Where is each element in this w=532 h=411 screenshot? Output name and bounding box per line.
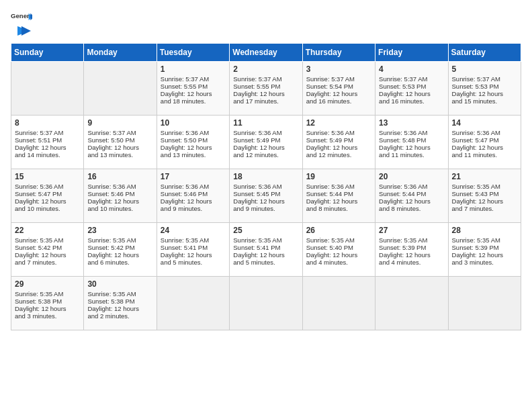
sunset-text: Sunset: 5:55 PM [161, 83, 208, 90]
sunset-text: Sunset: 5:44 PM [306, 190, 353, 197]
calendar-week-0: 1Sunrise: 5:37 AMSunset: 5:55 PMDaylight… [11, 62, 521, 116]
daylight-text: Daylight: 12 hours [379, 144, 431, 151]
daylight-minutes-text: and 3 minutes. [15, 312, 56, 320]
sunrise-text: Sunrise: 5:37 AM [452, 75, 500, 83]
sunset-text: Sunset: 5:38 PM [15, 298, 62, 305]
daylight-minutes-text: and 12 minutes. [306, 151, 352, 158]
daylight-minutes-text: and 11 minutes. [379, 151, 425, 158]
daylight-text: Daylight: 12 hours [15, 251, 66, 259]
daylight-minutes-text: and 16 minutes. [379, 97, 425, 105]
sunset-text: Sunset: 5:42 PM [15, 244, 62, 251]
page-header: General [11, 11, 521, 35]
day-number: 15 [15, 172, 80, 181]
daylight-minutes-text: and 10 minutes. [87, 205, 133, 212]
day-number: 1 [161, 64, 226, 74]
daylight-minutes-text: and 13 minutes. [87, 151, 133, 158]
sunrise-text: Sunrise: 5:35 AM [379, 236, 427, 244]
daylight-minutes-text: and 15 minutes. [452, 97, 498, 105]
sunrise-text: Sunrise: 5:36 AM [87, 183, 136, 190]
sunrise-text: Sunrise: 5:35 AM [233, 236, 281, 244]
day-number: 30 [87, 279, 152, 289]
daylight-text: Daylight: 12 hours [87, 144, 139, 151]
calendar-cell [84, 62, 157, 116]
day-number: 21 [452, 172, 517, 181]
calendar-cell [230, 277, 302, 330]
sunset-text: Sunset: 5:45 PM [233, 190, 280, 197]
day-number: 27 [379, 226, 444, 235]
sunrise-text: Sunrise: 5:37 AM [233, 75, 281, 83]
calendar-cell: 10Sunrise: 5:36 AMSunset: 5:50 PMDayligh… [157, 116, 229, 169]
daylight-text: Daylight: 12 hours [87, 305, 139, 312]
daylight-minutes-text: and 11 minutes. [452, 151, 498, 158]
calendar-cell: 4Sunrise: 5:37 AMSunset: 5:53 PMDaylight… [375, 62, 448, 116]
sunset-text: Sunset: 5:40 PM [306, 244, 353, 251]
calendar-cell: 3Sunrise: 5:37 AMSunset: 5:54 PMDaylight… [302, 62, 375, 116]
daylight-minutes-text: and 2 minutes. [87, 312, 129, 320]
calendar-cell [157, 277, 229, 330]
day-number: 18 [233, 172, 298, 181]
day-number: 9 [87, 118, 152, 128]
calendar-week-2: 15Sunrise: 5:36 AMSunset: 5:47 PMDayligh… [11, 169, 521, 223]
sunset-text: Sunset: 5:54 PM [306, 83, 353, 90]
header-tuesday: Tuesday [157, 44, 229, 62]
sunrise-text: Sunrise: 5:36 AM [379, 129, 427, 136]
daylight-text: Daylight: 12 hours [161, 251, 212, 259]
day-number: 8 [15, 118, 80, 128]
sunrise-text: Sunrise: 5:37 AM [161, 75, 209, 83]
day-number: 11 [233, 118, 298, 128]
daylight-text: Daylight: 12 hours [161, 90, 212, 97]
day-number: 4 [379, 64, 444, 74]
calendar-cell: 23Sunrise: 5:35 AMSunset: 5:42 PMDayligh… [84, 223, 157, 277]
sunset-text: Sunset: 5:50 PM [161, 136, 208, 144]
daylight-minutes-text: and 5 minutes. [233, 259, 275, 266]
calendar-week-1: 8Sunrise: 5:37 AMSunset: 5:51 PMDaylight… [11, 116, 521, 169]
daylight-text: Daylight: 12 hours [233, 90, 285, 97]
sunset-text: Sunset: 5:46 PM [87, 190, 134, 197]
day-number: 5 [452, 64, 517, 74]
header-sunday: Sunday [11, 44, 84, 62]
calendar-cell: 18Sunrise: 5:36 AMSunset: 5:45 PMDayligh… [230, 169, 302, 223]
daylight-minutes-text: and 12 minutes. [233, 151, 279, 158]
sunrise-text: Sunrise: 5:36 AM [452, 129, 500, 136]
calendar-cell: 16Sunrise: 5:36 AMSunset: 5:46 PMDayligh… [84, 169, 157, 223]
logo: General [11, 11, 32, 35]
daylight-text: Daylight: 12 hours [306, 90, 358, 97]
calendar-cell [302, 277, 375, 330]
day-number: 2 [233, 64, 298, 74]
daylight-minutes-text: and 3 minutes. [452, 259, 494, 266]
daylight-minutes-text: and 4 minutes. [379, 259, 420, 266]
daylight-text: Daylight: 12 hours [452, 144, 504, 151]
daylight-text: Daylight: 12 hours [379, 251, 431, 259]
day-number: 24 [161, 226, 226, 235]
sunrise-text: Sunrise: 5:35 AM [87, 290, 136, 298]
sunrise-text: Sunrise: 5:37 AM [306, 75, 355, 83]
header-saturday: Saturday [448, 44, 521, 62]
calendar-cell: 21Sunrise: 5:35 AMSunset: 5:43 PMDayligh… [448, 169, 521, 223]
sunset-text: Sunset: 5:55 PM [233, 83, 280, 90]
daylight-text: Daylight: 12 hours [379, 197, 431, 205]
sunrise-text: Sunrise: 5:36 AM [306, 183, 355, 190]
calendar-cell [11, 62, 84, 116]
calendar-cell: 24Sunrise: 5:35 AMSunset: 5:41 PMDayligh… [157, 223, 229, 277]
sunset-text: Sunset: 5:51 PM [15, 136, 62, 144]
calendar-cell: 25Sunrise: 5:35 AMSunset: 5:41 PMDayligh… [230, 223, 302, 277]
sunrise-text: Sunrise: 5:36 AM [161, 183, 209, 190]
daylight-minutes-text: and 8 minutes. [306, 205, 348, 212]
daylight-text: Daylight: 12 hours [306, 197, 358, 205]
daylight-minutes-text: and 16 minutes. [306, 97, 352, 105]
sunrise-text: Sunrise: 5:37 AM [15, 129, 63, 136]
sunset-text: Sunset: 5:50 PM [87, 136, 134, 144]
daylight-text: Daylight: 12 hours [161, 197, 212, 205]
calendar-cell: 27Sunrise: 5:35 AMSunset: 5:39 PMDayligh… [375, 223, 448, 277]
calendar-cell: 30Sunrise: 5:35 AMSunset: 5:38 PMDayligh… [84, 277, 157, 330]
sunset-text: Sunset: 5:49 PM [306, 136, 353, 144]
calendar-cell: 11Sunrise: 5:36 AMSunset: 5:49 PMDayligh… [230, 116, 302, 169]
calendar-cell: 26Sunrise: 5:35 AMSunset: 5:40 PMDayligh… [302, 223, 375, 277]
day-number: 3 [306, 64, 371, 74]
daylight-text: Daylight: 12 hours [379, 90, 431, 97]
header-friday: Friday [375, 44, 448, 62]
calendar-cell [375, 277, 448, 330]
sunrise-text: Sunrise: 5:37 AM [87, 129, 136, 136]
calendar-cell: 1Sunrise: 5:37 AMSunset: 5:55 PMDaylight… [157, 62, 229, 116]
calendar-cell: 28Sunrise: 5:35 AMSunset: 5:39 PMDayligh… [448, 223, 521, 277]
